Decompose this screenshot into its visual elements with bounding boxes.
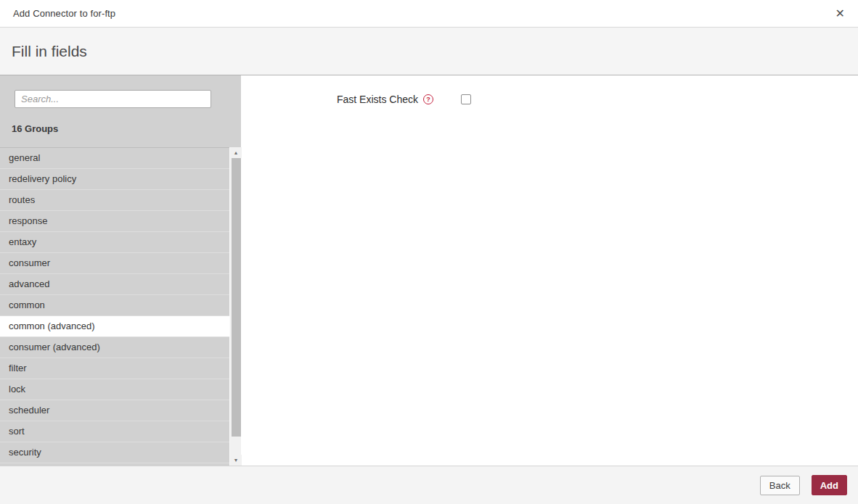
scroll-down-icon[interactable]: ▼ — [230, 455, 242, 466]
group-item-security[interactable]: security — [0, 442, 229, 463]
group-item-lock[interactable]: lock — [0, 379, 229, 400]
fields-panel: Fast Exists Check ? — [241, 75, 858, 466]
group-item-common[interactable]: common — [0, 295, 229, 316]
group-item-sort[interactable]: sort — [0, 421, 229, 442]
group-item-common-advanced[interactable]: common (advanced) — [0, 316, 229, 337]
group-list-scrollbar[interactable]: ▲ ▼ — [229, 147, 241, 466]
fast-exists-check-checkbox[interactable] — [461, 94, 471, 104]
dialog-body: 16 Groups generalredelivery policyroutes… — [0, 75, 858, 466]
dialog-footer: Back Add — [0, 466, 858, 504]
group-item-response[interactable]: response — [0, 211, 229, 232]
dialog-titlebar: Add Connector to for-ftp ✕ — [0, 0, 858, 28]
back-button[interactable]: Back — [760, 476, 800, 495]
group-item-routes[interactable]: routes — [0, 190, 229, 211]
page-title: Fill in fields — [12, 43, 87, 60]
group-item-scheduler[interactable]: scheduler — [0, 400, 229, 421]
field-row-fast-exists-check: Fast Exists Check ? — [241, 94, 858, 105]
group-item-entaxy[interactable]: entaxy — [0, 232, 229, 253]
group-item-advanced[interactable]: advanced — [0, 274, 229, 295]
groups-count-label: 16 Groups — [12, 123, 58, 134]
close-icon[interactable]: ✕ — [834, 7, 846, 21]
scroll-up-icon[interactable]: ▲ — [230, 147, 242, 158]
scrollbar-thumb[interactable] — [232, 158, 241, 437]
group-item-general[interactable]: general — [0, 148, 229, 169]
add-connector-dialog: Add Connector to for-ftp ✕ Fill in field… — [0, 0, 858, 504]
dialog-title: Add Connector to for-ftp — [13, 8, 115, 19]
field-label: Fast Exists Check — [337, 94, 418, 105]
field-label-wrap: Fast Exists Check ? — [241, 94, 433, 105]
help-icon[interactable]: ? — [423, 94, 433, 104]
group-item-redelivery-policy[interactable]: redelivery policy — [0, 169, 229, 190]
group-list: generalredelivery policyroutesresponseen… — [0, 147, 229, 466]
group-item-consumer-advanced[interactable]: consumer (advanced) — [0, 337, 229, 358]
add-button[interactable]: Add — [812, 475, 847, 495]
group-item-filter[interactable]: filter — [0, 358, 229, 379]
search-input[interactable] — [15, 90, 211, 108]
groups-sidebar: 16 Groups generalredelivery policyroutes… — [0, 75, 241, 466]
dialog-subheader: Fill in fields — [0, 28, 858, 75]
group-item-consumer[interactable]: consumer — [0, 253, 229, 274]
